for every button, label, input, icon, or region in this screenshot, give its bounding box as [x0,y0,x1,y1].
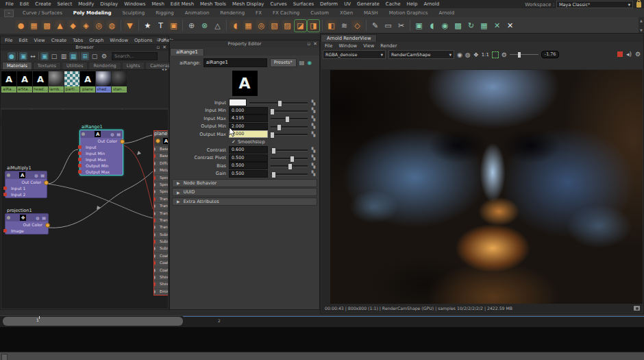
aov-dropdown[interactable]: RGBA_denoise▾ [323,50,386,59]
renderview-menu-window[interactable]: Window [336,43,360,49]
poly-prism-icon[interactable]: ◈ [80,20,92,32]
hypershade-menu-view[interactable]: View [32,38,48,43]
settings-gear-icon[interactable]: ⚙ [635,51,641,58]
close-propeditor-icon[interactable]: ✕ [313,40,317,47]
attr-row-smoothstep[interactable]: ✓Smoothstep [170,139,319,147]
plane-attr-subs-13[interactable]: Subs [154,238,168,245]
browser-tab-rendering[interactable]: Rendering [88,62,121,69]
locator-icon[interactable]: ⊗ [199,20,210,32]
range-slider[interactable] [0,352,644,360]
menu-uv[interactable]: UV [341,1,354,7]
close-panel-icon[interactable]: ✕ [162,37,166,43]
node-airange1[interactable]: aiRange1A◍ ▤Out ColorInputInput MinInput… [79,130,123,176]
plane-attr-spec-6[interactable]: Spec [154,188,168,195]
crop-region-icon[interactable] [492,51,499,58]
material-swatch-parti[interactable]: parti... [64,71,79,93]
slider-handle[interactable] [288,163,293,170]
menu-edit-mesh[interactable]: Edit Mesh [168,1,197,7]
graph-materials-icon[interactable]: ⊞ [81,52,89,60]
render-viewport[interactable] [321,69,643,304]
plane-attr-emis-20[interactable]: Emis [154,288,168,295]
mash-network-icon[interactable]: ◖ [230,20,241,32]
hypershade-menu-options[interactable]: Options [132,38,155,43]
slider-handle[interactable] [277,100,282,107]
attr-slider[interactable] [271,123,308,130]
clear-graph-icon[interactable]: ▢ [90,52,99,60]
node-input-input-1[interactable]: Input 1 [5,185,47,191]
section-extra-attributes[interactable]: ▶Extra Attributes [172,197,317,206]
material-swatch-head[interactable]: Ahead... [33,71,48,93]
snapshot-icon[interactable]: ◍ [465,51,471,58]
bridge-green-icon[interactable]: ◨ [308,20,319,32]
menu-modify[interactable]: Modify [75,1,97,7]
shelf-tab-poly-modeling[interactable]: Poly Modeling [69,10,116,16]
exposure-value[interactable]: -1.76 [541,51,560,58]
menu-create[interactable]: Create [32,1,53,7]
shelf-tab-xgen[interactable]: XGen [335,10,358,16]
slider-handle[interactable] [270,132,275,139]
plane-attr-shee-18[interactable]: Shee [154,274,168,280]
quad-draw-icon[interactable]: ✎ [369,20,381,32]
poly-platonic-icon[interactable]: ▼ [124,20,136,32]
stop-render-button[interactable] [617,51,623,57]
hypershade-menu-graph[interactable]: Graph [86,38,106,43]
hypershade-menu-tabs[interactable]: Tabs [70,38,86,43]
poly-torus-icon[interactable]: ◎ [93,20,105,32]
menu-cache[interactable]: Cache [383,1,404,7]
debug-shading-icon[interactable]: ❖ [473,51,479,58]
node-input-input-max[interactable]: Input Max [80,156,123,163]
shelf-tab-rendering[interactable]: Rendering [215,10,249,16]
make-live-icon[interactable]: ✕ [491,20,503,32]
compound-attr-icon[interactable]: ▚ [310,116,317,121]
shelf-tab-sculpting[interactable]: Sculpting [117,10,149,16]
display-settings-icon[interactable]: ⚙ [501,51,507,58]
workspace-selector[interactable]: Workspace : Maya Classic*▾ [525,1,641,8]
plane-attr-tran-10[interactable]: Tran [154,217,168,224]
shelf-tab-curve-surfaces[interactable]: Curve / Surfaces [18,10,67,16]
attr-slider[interactable] [271,155,308,161]
plane-attr-base-1[interactable]: Base [154,152,168,159]
node-input-image[interactable]: Image [5,228,48,234]
plane-attr-coat-16[interactable]: Coat [154,259,168,266]
node-graph-canvas[interactable]: aiRange1A◍ ▤Out ColorInputInput MinInput… [1,110,168,309]
poly-smooth-cube-icon[interactable]: ▩ [41,20,53,32]
poly-cube-icon[interactable]: ▦ [28,20,40,32]
poly-sphere-icon[interactable]: ● [15,20,27,32]
color-swatch[interactable] [229,99,247,106]
browser-tab-materials[interactable]: Materials [2,62,32,69]
attr-value-field[interactable]: 0.500 [229,162,268,169]
node-output-outcolor[interactable]: Out Color [80,138,123,144]
node-name-input[interactable]: aiRange1 [203,58,267,67]
renderview-menu-render[interactable]: Render [377,43,399,49]
plane-attr-tran-9[interactable]: Tran [154,210,168,217]
plane-attr-base-0[interactable]: Base [154,145,168,152]
float-panel-icon[interactable]: ▫ [156,37,160,43]
section-node-behavior[interactable]: ▶Node Behavior [172,179,317,187]
compound-attr-icon[interactable]: ▚ [310,147,317,153]
shelf-tab-animation[interactable]: Animation [180,10,214,16]
compound-attr-icon[interactable]: ▚ [310,100,317,106]
slider-handle[interactable] [290,156,295,163]
browser-tab-textures[interactable]: Textures [33,62,61,69]
node-input-output-max[interactable]: Output Max [80,169,123,175]
menu-curves[interactable]: Curves [267,1,289,7]
section-uuid[interactable]: ▶UUID [172,188,317,196]
plane-attr-shee-19[interactable]: Shee [154,280,168,287]
node-output-outcolor[interactable]: Out Color [5,179,47,185]
plane-attr-coat-17[interactable]: Coat [154,267,168,274]
plane-attr-subs-12[interactable]: Subs [154,231,168,238]
poly-cone-icon[interactable]: ▲ [54,20,66,32]
swatch-large-icon[interactable]: ▦ [69,52,77,60]
multi-cut-icon[interactable]: ✂ [395,20,407,32]
construction-plane-icon[interactable]: ⊕ [186,20,197,32]
slider-handle[interactable] [277,124,282,131]
hypershade-menu-create[interactable]: Create [49,38,70,43]
mash-grid-2-icon[interactable]: ▧ [269,20,280,32]
compound-attr-icon[interactable]: ▚ [310,155,317,160]
node-input-input[interactable]: Input [80,144,123,150]
reset-transform-icon[interactable]: ▩ [452,20,464,32]
type-tool-icon[interactable]: T [155,20,166,32]
menu-select[interactable]: Select [55,1,75,7]
node-aimultiply1[interactable]: aiMultiply1A◍ ▤Out ColorInput 1Input 2 [5,171,47,198]
sort-graph-icon[interactable]: ⚙ [100,52,108,60]
